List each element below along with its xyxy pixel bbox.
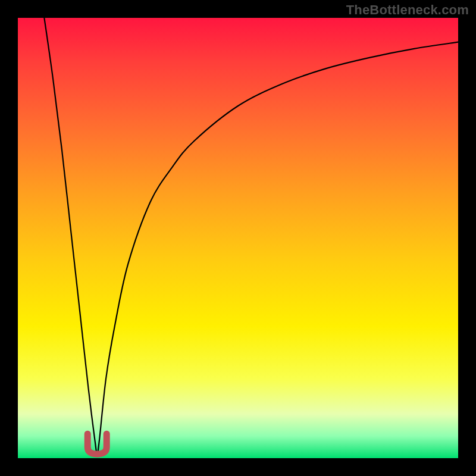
curve-svg (18, 18, 458, 458)
watermark-text: TheBottleneck.com (346, 2, 469, 18)
chart-frame: TheBottleneck.com (0, 0, 476, 476)
plot-area (18, 18, 458, 458)
optimum-marker (87, 434, 107, 454)
bottleneck-curve (44, 18, 458, 454)
